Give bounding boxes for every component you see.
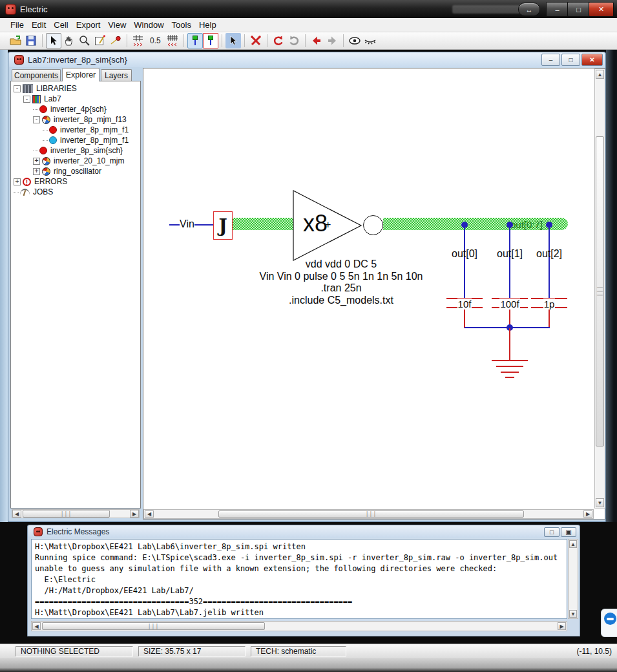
scroll-up-arrow[interactable]: ▲ bbox=[569, 540, 577, 548]
scroll-right-arrow[interactable]: ▶ bbox=[558, 622, 566, 630]
scroll-up-arrow[interactable]: ▲ bbox=[596, 70, 604, 79]
scroll-left-arrow[interactable]: ◀ bbox=[145, 510, 154, 518]
tab-explorer[interactable]: Explorer bbox=[62, 68, 99, 81]
schematic-window-titlebar[interactable]: Lab7:inverter_8p_sim{sch} – □ ✕ bbox=[9, 52, 605, 67]
save-library-icon[interactable] bbox=[23, 33, 39, 48]
minimize-button[interactable]: – bbox=[546, 2, 569, 17]
grid-coarse-icon[interactable] bbox=[131, 33, 146, 48]
back-icon[interactable] bbox=[309, 33, 324, 48]
scroll-left-arrow[interactable]: ◀ bbox=[12, 510, 21, 518]
select-mode-icon[interactable] bbox=[46, 33, 61, 48]
menu-bar: FileEditCellExportViewWindowToolsHelp bbox=[0, 18, 617, 32]
capacitor-value[interactable]: 1p bbox=[530, 299, 569, 310]
child-maximize-button[interactable]: □ bbox=[561, 54, 580, 66]
tree-item-lab7[interactable]: -Lab7 bbox=[11, 94, 140, 104]
port-export-icon[interactable] bbox=[203, 33, 218, 48]
scroll-thumb[interactable]: ||| bbox=[23, 510, 110, 518]
expand-arcs-eye-icon[interactable] bbox=[347, 33, 362, 48]
spice-source-symbol[interactable]: J bbox=[213, 211, 233, 240]
tree-item-ring-oscillator[interactable]: +ring_oscillator bbox=[11, 166, 140, 176]
output-wire[interactable] bbox=[509, 225, 510, 298]
menu-cell[interactable]: Cell bbox=[50, 19, 72, 31]
tree-item-inverter-8p-sim-sch-[interactable]: inverter_8p_sim{sch} bbox=[11, 145, 140, 156]
tree-item-libraries[interactable]: -LIBRARIES bbox=[11, 83, 140, 94]
tree-item-jobs[interactable]: JOBS bbox=[11, 187, 140, 197]
messages-maximize-button[interactable]: ▣ bbox=[561, 527, 576, 537]
collapse-arcs-eye-icon[interactable] bbox=[362, 33, 378, 48]
scroll-down-arrow[interactable]: ▼ bbox=[569, 610, 577, 618]
edit-cell-icon[interactable] bbox=[92, 33, 108, 48]
port-toggle-icon[interactable] bbox=[187, 33, 203, 48]
bus-tap-dot bbox=[507, 222, 513, 228]
scroll-right-arrow[interactable]: ▶ bbox=[583, 510, 592, 518]
messages-hscrollbar[interactable]: ◀ ||| ▶ bbox=[31, 621, 567, 631]
ground-stem-wire[interactable] bbox=[509, 328, 510, 360]
teamviewer-tray-icon[interactable] bbox=[601, 609, 617, 637]
output-wire[interactable] bbox=[549, 225, 550, 298]
menu-tools[interactable]: Tools bbox=[168, 19, 195, 31]
tree-expander[interactable]: - bbox=[33, 116, 40, 123]
preferences-tools-icon[interactable] bbox=[248, 33, 264, 48]
schematic-vscrollbar[interactable]: ▲ ||| ▼ bbox=[594, 68, 605, 509]
tree-expander[interactable]: - bbox=[14, 85, 21, 92]
menu-edit[interactable]: Edit bbox=[28, 19, 50, 31]
menu-file[interactable]: File bbox=[6, 19, 28, 31]
highlighted-net-left[interactable] bbox=[225, 218, 293, 230]
console-line: /H:/Matt/Dropbox/EE421 Lab/Lab7/ bbox=[35, 585, 567, 596]
pan-mode-icon[interactable] bbox=[61, 33, 77, 48]
menu-window[interactable]: Window bbox=[130, 19, 167, 31]
scroll-left-arrow[interactable]: ◀ bbox=[32, 622, 41, 630]
tab-layers[interactable]: Layers bbox=[101, 69, 132, 81]
explorer-hscrollbar[interactable]: ◀ ||| ▶ bbox=[12, 509, 140, 518]
bus-name-label[interactable]: out[0:7] bbox=[510, 219, 543, 230]
capacitor-value[interactable]: 100f bbox=[490, 299, 529, 310]
messages-titlebar[interactable]: Electric Messages □ ▣ bbox=[28, 525, 579, 538]
tree-item-inverter-4p-sch-[interactable]: inverter_4p{sch} bbox=[11, 104, 140, 114]
schematic-canvas[interactable]: Vin J x8 + out[0:7] out[0]10fout[1]100fo… bbox=[143, 68, 594, 509]
open-library-icon[interactable] bbox=[8, 33, 23, 48]
tree-expander[interactable]: + bbox=[14, 178, 21, 185]
span-window-button[interactable]: ↔ bbox=[518, 3, 540, 16]
child-minimize-button[interactable]: – bbox=[541, 54, 560, 66]
capacitor-lower-wire[interactable] bbox=[549, 308, 550, 328]
zoom-mode-icon[interactable] bbox=[77, 33, 92, 48]
schematic-hscrollbar[interactable]: ◀ ||| ▶ bbox=[143, 509, 594, 519]
messages-minimize-button[interactable]: □ bbox=[544, 527, 559, 537]
vin-label[interactable]: Vin bbox=[180, 218, 194, 230]
scroll-thumb[interactable]: ||| bbox=[218, 510, 524, 518]
scroll-down-arrow[interactable]: ▼ bbox=[596, 498, 604, 507]
menu-export[interactable]: Export bbox=[72, 19, 105, 31]
grid-spacing-value[interactable]: 0.5 bbox=[146, 36, 165, 45]
tree-expander[interactable]: + bbox=[33, 168, 40, 175]
tree-item-inverter-8p-mjm-f1[interactable]: inverter_8p_mjm_f1 bbox=[11, 135, 140, 145]
output-net-label[interactable]: out[1] bbox=[490, 248, 529, 260]
undo-icon[interactable] bbox=[271, 33, 286, 48]
tree-expander[interactable]: + bbox=[33, 158, 40, 165]
close-button[interactable]: ✕ bbox=[589, 2, 614, 17]
tree-expander[interactable]: - bbox=[23, 96, 30, 103]
scroll-thumb[interactable]: ||| bbox=[596, 136, 604, 446]
menu-help[interactable]: Help bbox=[195, 19, 220, 31]
measure-icon[interactable] bbox=[108, 33, 123, 48]
scroll-thumb[interactable]: ||| bbox=[42, 622, 265, 630]
tree-item-errors[interactable]: +!ERRORS bbox=[11, 176, 140, 187]
grid-fine-icon[interactable] bbox=[165, 33, 180, 48]
tree-item-inverter-8p-mjm-f13[interactable]: -inverter_8p_mjm_f13 bbox=[11, 114, 140, 125]
capacitor-lower-wire[interactable] bbox=[464, 308, 465, 328]
child-close-button[interactable]: ✕ bbox=[581, 54, 603, 66]
menu-view[interactable]: View bbox=[104, 19, 130, 31]
forward-icon[interactable] bbox=[324, 33, 340, 48]
redo-icon[interactable] bbox=[286, 33, 302, 48]
tree-item-inverter-20-10-mjm[interactable]: +inverter_20_10_mjm bbox=[11, 156, 140, 166]
inverter-bubble[interactable] bbox=[363, 215, 383, 235]
messages-console[interactable]: H:\Matt\Dropbox\EE421 Lab\Lab6\inverter_… bbox=[31, 539, 567, 619]
messages-vscrollbar[interactable]: ▲ ▼ bbox=[568, 539, 578, 619]
select-objects-icon[interactable] bbox=[225, 33, 241, 48]
spice-card-text[interactable]: vdd vdd 0 DC 5Vin Vin 0 pulse 0 5 5n 1n … bbox=[208, 258, 474, 306]
maximize-button[interactable]: □ bbox=[567, 2, 590, 17]
scroll-right-arrow[interactable]: ▶ bbox=[130, 510, 139, 518]
capacitor-value[interactable]: 10f bbox=[445, 299, 484, 310]
tree-item-inverter-8p-mjm-f1[interactable]: inverter_8p_mjm_f1 bbox=[11, 125, 140, 135]
output-net-label[interactable]: out[2] bbox=[530, 248, 569, 260]
tab-components[interactable]: Components bbox=[12, 69, 61, 81]
